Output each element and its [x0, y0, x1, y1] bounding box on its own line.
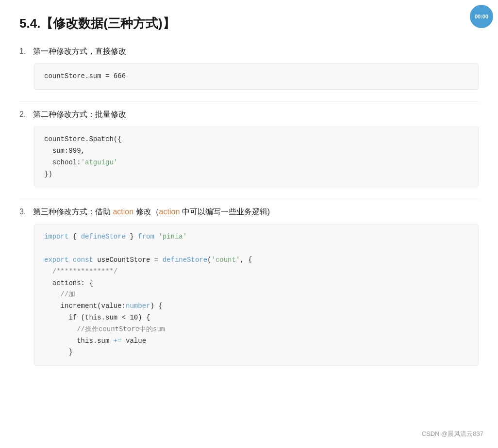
section-1-title: 第一种修改方式，直接修改 — [33, 47, 126, 57]
section-1-number: 1. — [19, 47, 29, 56]
section-3-code: import { defineStore } from 'pinia' expo… — [34, 224, 479, 366]
section-3: 3. 第三种修改方式：借助 action 修改（action 中可以编写一些业务… — [19, 207, 479, 366]
code-line: actions: { — [44, 278, 468, 289]
section-1-code: countStore.sum = 666 — [34, 64, 479, 90]
section-3-title: 第三种修改方式：借助 action 修改（action 中可以编写一些业务逻辑) — [33, 207, 270, 217]
section-2-header: 2. 第二种修改方式：批量修改 — [19, 110, 479, 120]
section-2: 2. 第二种修改方式：批量修改 countStore.$patch({ sum:… — [19, 110, 479, 187]
code-line: countStore.$patch({ — [44, 134, 468, 145]
section-3-number: 3. — [19, 208, 29, 216]
action-keyword-2: action — [159, 208, 180, 216]
code-line: increment(value:number) { — [44, 301, 468, 312]
code-line: import { defineStore } from 'pinia' — [44, 231, 468, 243]
code-line: }) — [44, 169, 468, 180]
section-3-header: 3. 第三种修改方式：借助 action 修改（action 中可以编写一些业务… — [19, 207, 479, 217]
page-title: 5.4.【修改数据(三种方式)】 — [19, 15, 479, 32]
section-1-header: 1. 第一种修改方式，直接修改 — [19, 47, 479, 57]
divider-1 — [19, 101, 479, 102]
section-2-number: 2. — [19, 110, 29, 119]
section-2-title: 第二种修改方式：批量修改 — [33, 110, 126, 120]
code-line: //操作countStore中的sum — [44, 324, 468, 336]
code-line — [44, 243, 468, 255]
code-line: this.sum += value — [44, 336, 468, 347]
timer-badge: 00:00 — [470, 5, 493, 28]
divider-2 — [19, 199, 479, 199]
code-line: /**************/ — [44, 266, 468, 278]
code-line: export const useCountStore = defineStore… — [44, 255, 468, 266]
page-container: 00:00 5.4.【修改数据(三种方式)】 1. 第一种修改方式，直接修改 c… — [0, 0, 498, 448]
code-line: sum:999, — [44, 145, 468, 157]
code-line: school:'atguigu' — [44, 157, 468, 169]
watermark: CSDN @晨风流云837 — [422, 430, 483, 438]
section-2-code: countStore.$patch({ sum:999, school:'atg… — [34, 127, 479, 187]
code-line: if (this.sum < 10) { — [44, 312, 468, 324]
action-keyword-1: action — [113, 208, 133, 216]
code-line: //加 — [44, 289, 468, 301]
section-1: 1. 第一种修改方式，直接修改 countStore.sum = 666 — [19, 47, 479, 90]
code-line: countStore.sum = 666 — [44, 71, 468, 82]
code-line: } — [44, 347, 468, 358]
